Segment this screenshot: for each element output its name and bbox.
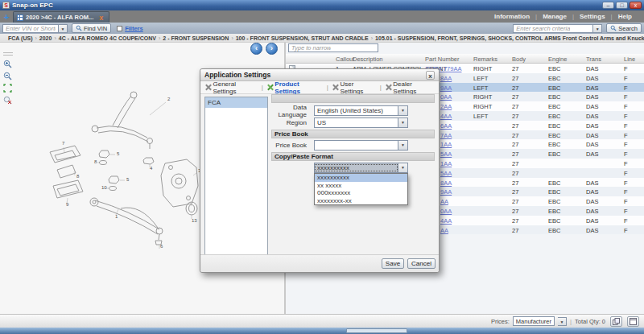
diagram-callout-5[interactable]: 5 bbox=[117, 151, 120, 156]
part-number-link[interactable]: 5AA bbox=[440, 151, 452, 158]
breadcrumb-item[interactable]: FCA (US) bbox=[8, 35, 32, 41]
breadcrumb-separator: › bbox=[371, 35, 373, 41]
part-number-link[interactable]: 7AA bbox=[440, 132, 452, 139]
chevron-down-icon[interactable]: ▼ bbox=[398, 163, 407, 172]
fit-to-screen-button[interactable] bbox=[2, 83, 13, 93]
part-number-link[interactable]: 0AA bbox=[440, 93, 452, 101]
dialog-close-icon[interactable]: x bbox=[426, 71, 435, 80]
copy-paste-option[interactable]: 000xxxxxxx bbox=[315, 189, 407, 197]
part-number-link[interactable]: AA bbox=[440, 198, 448, 205]
filters-checkbox[interactable] bbox=[117, 26, 122, 31]
part-number-link[interactable]: 8AA bbox=[440, 75, 452, 82]
col-part-number[interactable]: Part Number bbox=[425, 56, 460, 63]
copy-paste-option[interactable]: xxxxxxxx-xx bbox=[315, 197, 407, 205]
diagram-callout-9[interactable]: 9 bbox=[66, 202, 69, 207]
search-button[interactable]: Search bbox=[606, 23, 642, 33]
new-window-button[interactable] bbox=[627, 316, 639, 327]
taskbar-item[interactable] bbox=[346, 328, 407, 333]
diagram-callout-4[interactable]: 4 bbox=[150, 166, 153, 171]
menu-item-help[interactable]: Help bbox=[613, 13, 638, 20]
region-select[interactable]: US ▼ bbox=[314, 118, 408, 128]
diagram-callout-6[interactable]: 6 bbox=[160, 244, 163, 249]
copy-paste-option[interactable]: xx xxxxx bbox=[315, 182, 407, 190]
col-description[interactable]: Description bbox=[353, 56, 383, 63]
zoom-cancel-button[interactable] bbox=[2, 95, 13, 105]
diagram-callout-1[interactable]: 1 bbox=[115, 214, 118, 219]
part-number-link[interactable]: 4AA bbox=[440, 113, 452, 120]
copy-button[interactable] bbox=[610, 316, 622, 327]
breadcrumb-item[interactable]: 100 - FRONT SUSPENSION, STRUT AND CRADLE bbox=[236, 35, 369, 41]
part-number-link[interactable]: 6AA bbox=[440, 122, 452, 130]
diagram-callout-10[interactable]: 10 bbox=[101, 185, 107, 190]
toolbar-grip[interactable] bbox=[3, 52, 13, 56]
dialog-tab-dealer-settings[interactable]: Dealer Settings bbox=[385, 80, 435, 95]
maximize-button[interactable]: □ bbox=[616, 2, 628, 9]
diagram-callout-7[interactable]: 7 bbox=[62, 141, 65, 146]
cancel-button[interactable]: Cancel bbox=[407, 258, 436, 269]
part-number-link[interactable]: 9AA bbox=[440, 188, 452, 196]
tab-close-icon[interactable]: x bbox=[99, 14, 103, 21]
find-vin-button[interactable]: Find VIN bbox=[72, 23, 111, 33]
close-button[interactable]: x bbox=[630, 2, 642, 9]
col-line[interactable]: Line bbox=[624, 56, 635, 63]
copy-paste-format-select[interactable]: xxxxxxxxxx ▼ bbox=[314, 163, 408, 173]
diagram-callout-8[interactable]: 8 bbox=[76, 174, 80, 179]
diagram-callout-2[interactable]: 2 bbox=[167, 97, 171, 101]
vehicle-tab[interactable]: 2020 >4C - ALFA ROM... x bbox=[13, 11, 109, 23]
part-number-link[interactable]: 4AA bbox=[440, 217, 452, 225]
breadcrumb-separator: › bbox=[231, 35, 233, 41]
search-criteria-input[interactable]: Enter search criteria bbox=[513, 24, 593, 33]
menu-item-settings[interactable]: Settings bbox=[574, 13, 611, 20]
part-number-link[interactable]: 1AA bbox=[440, 141, 452, 148]
zoom-in-button[interactable] bbox=[2, 59, 13, 69]
save-button[interactable]: Save bbox=[382, 258, 404, 269]
minimize-button[interactable]: – bbox=[602, 2, 614, 9]
product-list-item[interactable]: FCA bbox=[205, 97, 267, 108]
nav-back-button[interactable]: ‹ bbox=[250, 43, 262, 55]
zoom-out-button[interactable] bbox=[2, 71, 13, 81]
part-number-link[interactable]: 8AA bbox=[440, 179, 452, 187]
breadcrumb-item[interactable]: 4C - ALFA ROMEO 4C COUPE/CONV bbox=[59, 35, 156, 41]
filters-link[interactable]: Filters bbox=[125, 25, 143, 32]
col-remarks[interactable]: Remarks bbox=[473, 56, 497, 63]
copy-paste-option[interactable]: xxxxxxxxxx bbox=[315, 174, 407, 182]
col-body[interactable]: Body bbox=[512, 56, 526, 63]
breadcrumb-item[interactable]: 105.01 - SUSPENSION, FRONT, SPRINGS, SHO… bbox=[375, 35, 644, 41]
part-number-link[interactable]: 1AA bbox=[440, 160, 452, 167]
vin-dropdown-button[interactable]: ▼ bbox=[59, 24, 68, 33]
part-number-link[interactable]: AA bbox=[440, 227, 448, 234]
zoom-cancel-icon bbox=[3, 96, 12, 105]
dialog-tab-product-settings[interactable]: Product Settings bbox=[266, 80, 324, 95]
narrow-filter-input[interactable]: Type to narrow bbox=[288, 43, 378, 52]
diagram-callout-13[interactable]: 13 bbox=[192, 218, 197, 223]
chevron-down-icon[interactable]: ▼ bbox=[398, 118, 407, 127]
breadcrumb-item[interactable]: 2 - FRONT SUSPENSION bbox=[163, 35, 229, 41]
price-book-select[interactable]: ▼ bbox=[314, 140, 408, 151]
dialog-tab-general-settings[interactable]: General Settings bbox=[204, 80, 258, 95]
prices-select[interactable]: Manufacturer bbox=[513, 316, 555, 326]
chevron-down-icon[interactable]: ▼ bbox=[398, 141, 407, 150]
search-dropdown-button[interactable]: ▼ bbox=[593, 24, 602, 33]
data-language-select[interactable]: English (United States) ▼ bbox=[314, 105, 408, 116]
breadcrumb-item[interactable]: 2020 bbox=[39, 35, 52, 41]
col-trans[interactable]: Trans bbox=[586, 56, 601, 63]
diagram-callout-5[interactable]: 5 bbox=[126, 177, 130, 182]
body-cell: 27 bbox=[512, 93, 518, 101]
part-number-link[interactable]: 5AA bbox=[440, 170, 452, 177]
part-number-link[interactable]: 0AA bbox=[440, 208, 452, 215]
part-number-link[interactable]: 2AA bbox=[440, 103, 452, 110]
new-tab-button[interactable]: + bbox=[0, 12, 13, 23]
part-number-link[interactable]: 9AA bbox=[440, 85, 452, 92]
col-callout[interactable]: Callout bbox=[336, 56, 354, 63]
vin-input[interactable]: Enter VIN or Shortcut bbox=[2, 24, 59, 33]
chevron-down-icon[interactable]: ▼ bbox=[398, 106, 407, 115]
diagram-callout-8[interactable]: 8 bbox=[94, 159, 97, 164]
nav-forward-button[interactable]: › bbox=[266, 43, 278, 55]
trans-cell: DAS bbox=[586, 198, 598, 205]
prices-dropdown-button[interactable]: ▼ bbox=[558, 317, 567, 326]
dialog-tab-user-settings[interactable]: User Settings bbox=[332, 80, 377, 95]
menu-item-manage[interactable]: Manage bbox=[537, 13, 572, 20]
menu-item-information[interactable]: Information bbox=[489, 13, 535, 20]
col-engine[interactable]: Engine bbox=[548, 56, 567, 63]
engine-cell: EBC bbox=[548, 132, 560, 139]
